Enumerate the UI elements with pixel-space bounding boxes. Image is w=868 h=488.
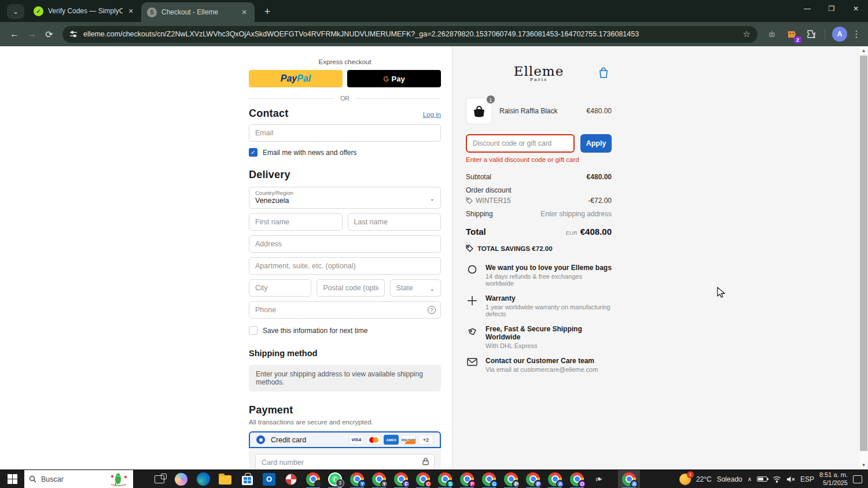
credit-card-label: Credit card bbox=[271, 436, 343, 444]
whatsapp-badge: 3 bbox=[336, 479, 344, 487]
country-select[interactable]: Country/Region Venezuela ⌄ bbox=[249, 187, 441, 209]
chrome-profile-icon[interactable]: P bbox=[522, 470, 544, 488]
search-bird-image bbox=[109, 472, 128, 487]
robot-extension-icon[interactable] bbox=[764, 27, 779, 42]
last-name-field[interactable] bbox=[348, 213, 442, 231]
perks-list: We want you to love your Elleme bags14 d… bbox=[466, 264, 612, 373]
chrome-profile-icon[interactable]: O bbox=[566, 470, 588, 488]
apartment-field[interactable] bbox=[249, 257, 441, 275]
pinwheel-app-icon[interactable] bbox=[280, 470, 302, 488]
perk-item: We want you to love your Elleme bags14 d… bbox=[466, 264, 612, 287]
browser-menu-icon[interactable]: ⋮ bbox=[851, 29, 862, 39]
scrollbar-thumb[interactable] bbox=[860, 56, 867, 451]
minimize-button[interactable]: — bbox=[795, 0, 819, 17]
site-settings-icon[interactable] bbox=[69, 30, 78, 38]
start-button[interactable] bbox=[0, 470, 24, 488]
weather-icon[interactable]: 1 bbox=[679, 474, 691, 485]
chrome-profile-icon[interactable]: S bbox=[434, 470, 456, 488]
page-scrollbar[interactable]: ▲ ▼ bbox=[859, 46, 868, 469]
newsletter-checkbox[interactable]: ✓ bbox=[249, 148, 258, 157]
phone-field[interactable] bbox=[249, 301, 441, 319]
phone-help-icon[interactable]: ? bbox=[428, 306, 436, 314]
newsletter-label: Email me with news and offers bbox=[263, 149, 357, 157]
save-info-checkbox[interactable] bbox=[249, 326, 258, 335]
chrome-profile-icon[interactable]: P bbox=[456, 470, 478, 488]
clock[interactable]: 8:51 a. m.5/1/2025 bbox=[819, 471, 848, 486]
apply-discount-button[interactable]: Apply bbox=[580, 134, 612, 153]
credit-card-option[interactable]: Credit card VISA AMEX DISCOVER +2 bbox=[249, 431, 441, 448]
perk-subtitle: With DHL Express bbox=[486, 342, 612, 349]
chrome-profile-icon[interactable]: P bbox=[500, 470, 522, 488]
tab-close-icon[interactable]: ✕ bbox=[240, 8, 249, 17]
chrome-profile-icon[interactable]: A bbox=[544, 470, 566, 488]
discount-code-input[interactable] bbox=[466, 134, 575, 153]
first-name-field[interactable] bbox=[249, 213, 343, 231]
credit-card-section: Credit card VISA AMEX DISCOVER +2 bbox=[249, 431, 441, 469]
chrome-profile-icon[interactable]: G bbox=[478, 470, 500, 488]
weather-condition[interactable]: Soleado bbox=[717, 475, 742, 483]
restore-button[interactable]: ❐ bbox=[819, 0, 844, 17]
state-select[interactable]: State ⌄ bbox=[390, 279, 441, 297]
active-chrome-window[interactable]: A bbox=[618, 470, 640, 488]
perk-title: Free, Fast & Secure Shipping Worldwide bbox=[486, 325, 612, 341]
tab-checkout-elleme[interactable]: S Checkout - Elleme ✕ bbox=[141, 2, 255, 22]
wifi-icon[interactable] bbox=[773, 476, 781, 483]
perk-item: Warranty1 year worldwide warranty on man… bbox=[466, 294, 612, 317]
extensions-puzzle-icon[interactable] bbox=[804, 27, 819, 42]
chrome-profile-icon[interactable] bbox=[302, 470, 324, 488]
browser-tab-bar: ⌄ ✓ Verify Codes — SimplyCodes ✕ S Check… bbox=[0, 0, 868, 22]
tab-simplycodes[interactable]: ✓ Verify Codes — SimplyCodes ✕ bbox=[28, 1, 141, 21]
city-field[interactable] bbox=[249, 279, 311, 297]
reload-button[interactable]: ⟳ bbox=[41, 25, 58, 43]
whatsapp-icon[interactable]: ✆3 bbox=[324, 470, 346, 488]
close-button[interactable]: ✕ bbox=[844, 0, 868, 17]
scroll-up-icon[interactable]: ▲ bbox=[859, 46, 868, 55]
task-view-icon[interactable] bbox=[148, 470, 170, 488]
tray-expand-icon[interactable]: ∧ bbox=[748, 476, 752, 482]
simplycodes-favicon-icon: ✓ bbox=[34, 6, 43, 16]
tab-close-icon[interactable]: ✕ bbox=[126, 6, 135, 16]
chrome-profile-icon[interactable]: Y bbox=[346, 470, 368, 488]
edge-icon[interactable] bbox=[192, 470, 214, 488]
taskbar-search[interactable]: Buscar bbox=[24, 470, 133, 488]
currency-code: EUR bbox=[566, 230, 578, 236]
new-tab-button[interactable]: + bbox=[259, 3, 275, 20]
volume-muted-icon[interactable] bbox=[786, 476, 795, 483]
microsoft-store-icon[interactable] bbox=[236, 470, 258, 488]
simplycodes-extension-icon[interactable]: 2 bbox=[784, 27, 799, 42]
paypal-button[interactable]: PayPal bbox=[249, 70, 343, 87]
copilot-icon[interactable] bbox=[170, 470, 192, 488]
scroll-down-icon[interactable]: ▼ bbox=[859, 461, 868, 469]
country-label: Country/Region bbox=[249, 187, 440, 196]
cart-bag-icon[interactable] bbox=[598, 67, 609, 80]
back-button[interactable]: ← bbox=[6, 25, 23, 43]
login-link[interactable]: Log in bbox=[423, 111, 441, 118]
address-bar[interactable]: elleme.com/checkouts/cn/Z2NwLXVzLWVhc3Qx… bbox=[62, 26, 757, 43]
gpay-button[interactable]: GPay bbox=[347, 70, 441, 87]
temperature[interactable]: 22°C bbox=[696, 475, 712, 483]
chrome-profile-icon[interactable]: O bbox=[412, 470, 434, 488]
postal-code-field[interactable] bbox=[317, 279, 384, 297]
perk-title: We want you to love your Elleme bags bbox=[486, 264, 612, 272]
chrome-profile-icon[interactable]: Y bbox=[368, 470, 390, 488]
battery-icon[interactable] bbox=[757, 476, 767, 482]
file-explorer-icon[interactable] bbox=[214, 470, 236, 488]
windows-taskbar: Buscar O ✆3 YYFOSPGPPAO ❧ A 1 22°C Solea… bbox=[0, 469, 868, 488]
outlook-icon[interactable]: O bbox=[258, 470, 280, 488]
payment-subheading: All transactions are secure and encrypte… bbox=[249, 419, 441, 426]
address-field[interactable] bbox=[249, 235, 441, 253]
email-field[interactable] bbox=[249, 124, 441, 142]
feather-app-icon[interactable]: ❧ bbox=[588, 470, 610, 488]
keyboard-language[interactable]: ESP bbox=[800, 475, 814, 483]
discount-error-message: Enter a valid discount code or gift card bbox=[466, 156, 612, 163]
credit-card-radio[interactable] bbox=[256, 435, 265, 444]
chrome-profile-icon[interactable]: F bbox=[390, 470, 412, 488]
tab-search-button[interactable]: ⌄ bbox=[7, 4, 24, 19]
profile-avatar[interactable]: A bbox=[832, 27, 847, 42]
forward-button[interactable]: → bbox=[23, 25, 41, 43]
chevron-down-icon: ⌄ bbox=[430, 195, 435, 202]
plus-icon bbox=[466, 294, 479, 317]
notification-center-icon[interactable] bbox=[853, 475, 862, 483]
bookmark-star-icon[interactable]: ☆ bbox=[743, 29, 751, 39]
card-number-field[interactable] bbox=[255, 454, 435, 469]
